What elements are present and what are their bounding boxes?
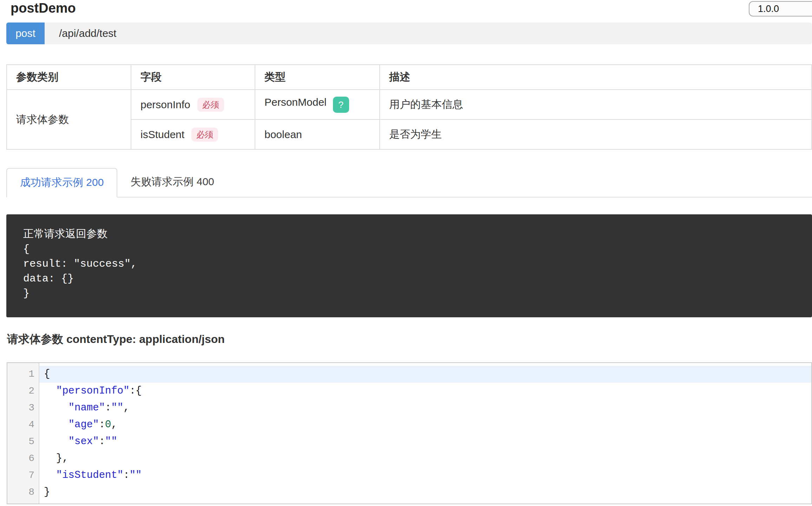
editor-line[interactable]: 1{	[7, 366, 811, 383]
editor-line[interactable]: 4 "age":0,	[7, 416, 811, 433]
code-token: :{	[130, 385, 142, 397]
request-body-editor[interactable]: 1{2 "personInfo":{3 "name":"",4 "age":0,…	[7, 362, 812, 504]
example-tabs: 成功请求示例 200 失败请求示例 400	[6, 168, 812, 197]
column-header-field: 字段	[131, 65, 255, 90]
line-number: 6	[7, 450, 39, 467]
editor-line[interactable]: 2 "personInfo":{	[7, 383, 811, 400]
code-line[interactable]: "age":0,	[39, 416, 811, 433]
code-token: "age"	[68, 419, 99, 430]
code-token: :	[99, 436, 105, 447]
cell-description: 用户的基本信息	[380, 90, 812, 119]
code-token: 0	[105, 419, 111, 430]
required-badge: 必须	[197, 98, 224, 112]
line-number: 5	[7, 433, 39, 450]
code-token: "name"	[68, 402, 105, 414]
response-line: {	[23, 242, 798, 257]
code-token: :	[105, 402, 111, 414]
column-header-type: 类型	[255, 65, 380, 90]
editor-line[interactable]: 5 "sex":""	[7, 433, 811, 450]
response-line: 正常请求返回参数	[23, 227, 798, 242]
code-token: ""	[105, 436, 117, 447]
line-number: 4	[7, 416, 39, 433]
code-token: }	[44, 486, 50, 498]
response-line: result: "success",	[23, 257, 798, 271]
field-name: personInfo	[140, 99, 190, 110]
code-token: {	[44, 368, 50, 380]
version-badge: 1.0.0	[749, 1, 812, 17]
cell-type: boolean	[255, 119, 380, 149]
params-table: 参数类别 字段 类型 描述 请求体参数 personInfo必须 PersonM…	[6, 64, 812, 150]
code-token	[44, 402, 68, 414]
request-body-heading: 请求体参数 contentType: application/json	[7, 332, 225, 347]
code-token	[44, 436, 68, 447]
http-method-chip: post	[6, 22, 45, 44]
code-token	[44, 469, 56, 481]
response-example-block: 正常请求返回参数{result: "success",data: {}}	[6, 214, 812, 317]
type-name: PersonModel	[264, 96, 327, 108]
code-token	[44, 419, 68, 430]
editor-line[interactable]: 8}	[7, 484, 811, 501]
code-token: ""	[111, 402, 123, 414]
line-number: 8	[7, 484, 39, 501]
code-token: ""	[130, 469, 142, 481]
response-line: data: {}	[23, 271, 798, 286]
cell-field: personInfo必须	[131, 90, 255, 119]
tab-failure-example[interactable]: 失败请求示例 400	[117, 168, 227, 197]
response-line: }	[23, 286, 798, 301]
tab-success-example[interactable]: 成功请求示例 200	[6, 168, 117, 197]
code-token: ,	[111, 419, 117, 430]
code-line[interactable]: }	[39, 484, 811, 501]
page-title: postDemo	[11, 1, 76, 16]
model-help-icon[interactable]: ?	[333, 97, 349, 113]
endpoint-bar: post /api/add/test	[6, 22, 812, 44]
column-header-description: 描述	[380, 65, 812, 90]
code-token: "sex"	[68, 436, 99, 447]
code-line[interactable]: "isStudent":""	[39, 467, 811, 484]
line-number: 2	[7, 383, 39, 400]
cell-category: 请求体参数	[7, 90, 131, 149]
code-line[interactable]: "sex":""	[39, 433, 811, 450]
field-name: isStudent	[140, 129, 184, 140]
line-number: 3	[7, 400, 39, 416]
table-header-row: 参数类别 字段 类型 描述	[7, 65, 812, 90]
required-badge: 必须	[191, 128, 218, 142]
endpoint-path: /api/add/test	[59, 27, 116, 39]
editor-line[interactable]: 3 "name":"",	[7, 400, 811, 416]
editor-line[interactable]: 7 "isStudent":""	[7, 467, 811, 484]
code-token: "isStudent"	[56, 469, 123, 481]
code-token: :	[99, 419, 105, 430]
code-token: "personInfo"	[56, 385, 130, 397]
code-line[interactable]: "personInfo":{	[39, 383, 811, 400]
cell-description: 是否为学生	[380, 119, 812, 149]
cell-field: isStudent必须	[131, 119, 255, 149]
editor-line[interactable]: 6 },	[7, 450, 811, 467]
code-token: ,	[123, 402, 129, 414]
line-number: 1	[7, 366, 39, 383]
code-line[interactable]: {	[39, 366, 811, 383]
code-token	[44, 385, 56, 397]
code-token: },	[44, 453, 68, 464]
code-line[interactable]: },	[39, 450, 811, 467]
code-line[interactable]: "name":"",	[39, 400, 811, 416]
column-header-category: 参数类别	[7, 65, 131, 90]
code-token: :	[123, 469, 129, 481]
table-row: 请求体参数 personInfo必须 PersonModel? 用户的基本信息	[7, 90, 812, 119]
line-number: 7	[7, 467, 39, 484]
cell-type: PersonModel?	[255, 90, 380, 119]
